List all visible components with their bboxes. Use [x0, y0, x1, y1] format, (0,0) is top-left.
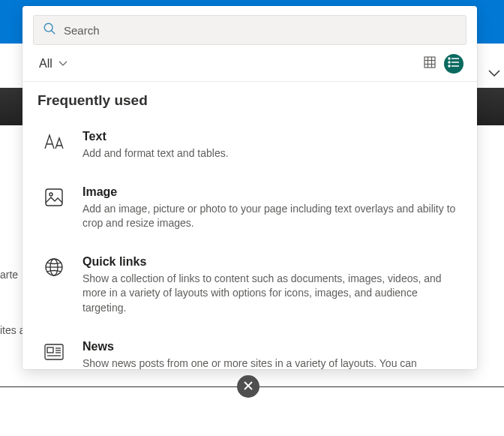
item-body: Quick links Show a collection of links t… [82, 255, 462, 316]
item-title: Quick links [82, 255, 462, 269]
item-body: News Show news posts from one or more si… [82, 340, 462, 369]
svg-line-1 [52, 31, 56, 35]
close-icon [244, 380, 253, 392]
news-icon [42, 340, 66, 364]
search-input[interactable] [64, 24, 457, 37]
webpart-item-news[interactable]: News Show news posts from one or more si… [38, 332, 462, 369]
svg-point-7 [448, 58, 450, 59]
list-icon [448, 57, 460, 71]
grid-icon [424, 56, 436, 71]
text-icon [42, 130, 66, 154]
chevron-down-icon[interactable] [488, 68, 501, 81]
item-desc: Show news posts from one or more sites i… [82, 356, 462, 369]
globe-icon [42, 255, 66, 279]
svg-point-9 [448, 62, 450, 63]
svg-rect-19 [47, 347, 53, 353]
svg-point-14 [50, 193, 52, 196]
svg-rect-2 [424, 57, 435, 68]
webpart-item-image[interactable]: Image Add an image, picture or photo to … [38, 178, 462, 248]
view-toggles [420, 54, 464, 74]
filter-label: All [39, 57, 52, 71]
bg-text-fragment: arte [0, 269, 18, 281]
item-title: News [82, 340, 462, 353]
search-wrap [22, 6, 477, 50]
image-icon [42, 185, 66, 209]
item-desc: Show a collection of links to content su… [82, 272, 462, 316]
item-title: Text [82, 130, 462, 143]
svg-rect-13 [46, 189, 62, 206]
webpart-picker-popover: All Frequently used T [22, 6, 477, 369]
item-desc: Add and format text and tables. [82, 146, 462, 161]
item-body: Text Add and format text and tables. [82, 130, 462, 161]
search-box[interactable] [33, 15, 466, 45]
svg-point-0 [44, 23, 52, 32]
item-title: Image [82, 185, 462, 199]
chevron-down-icon [58, 57, 68, 71]
category-filter-dropdown[interactable]: All [39, 57, 68, 71]
close-button[interactable] [237, 375, 260, 398]
bg-text-fragment: ites a [0, 324, 25, 336]
webpart-item-text[interactable]: Text Add and format text and tables. [38, 122, 462, 178]
item-desc: Add an image, picture or photo to your p… [82, 202, 462, 231]
search-icon [43, 22, 56, 38]
svg-point-11 [448, 65, 450, 67]
grid-view-button[interactable] [420, 54, 440, 74]
webpart-item-quicklinks[interactable]: Quick links Show a collection of links t… [38, 248, 462, 332]
webpart-list-scroll[interactable]: Frequently used Text Add and format text… [22, 82, 477, 369]
filter-row: All [22, 50, 477, 82]
list-view-button[interactable] [444, 54, 464, 74]
section-title: Frequently used [38, 92, 462, 109]
item-body: Image Add an image, picture or photo to … [82, 185, 462, 231]
